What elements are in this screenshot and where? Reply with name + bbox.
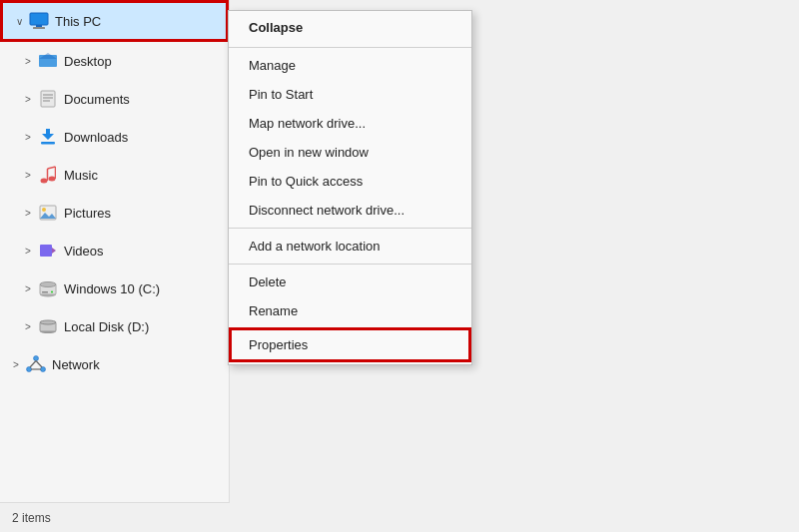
explorer-sidebar: ∨ This PC > Desktop > bbox=[0, 0, 230, 532]
sidebar-item-documents[interactable]: > Documents bbox=[0, 80, 229, 118]
pictures-label: Pictures bbox=[64, 206, 111, 221]
status-bar: 2 items bbox=[0, 502, 230, 532]
this-pc-label: This PC bbox=[55, 14, 101, 29]
svg-line-33 bbox=[36, 361, 42, 368]
sidebar-item-desktop[interactable]: > Desktop bbox=[0, 42, 229, 80]
sidebar-item-downloads[interactable]: > Downloads bbox=[0, 118, 229, 156]
svg-point-28 bbox=[40, 320, 56, 324]
svg-rect-24 bbox=[42, 291, 48, 293]
svg-rect-19 bbox=[40, 245, 52, 257]
svg-point-29 bbox=[34, 356, 39, 361]
sidebar-item-music[interactable]: > Music bbox=[0, 156, 229, 194]
network-label: Network bbox=[52, 357, 100, 372]
videos-icon bbox=[38, 241, 58, 261]
sidebar-item-c-drive[interactable]: > Windows 10 (C:) bbox=[0, 269, 229, 307]
svg-rect-1 bbox=[36, 25, 42, 27]
svg-point-23 bbox=[40, 282, 56, 287]
music-icon bbox=[38, 165, 58, 185]
svg-point-31 bbox=[41, 367, 46, 372]
svg-line-15 bbox=[48, 167, 56, 169]
videos-label: Videos bbox=[64, 244, 104, 259]
svg-rect-2 bbox=[33, 27, 45, 29]
network-chevron: > bbox=[8, 356, 24, 372]
status-text: 2 items bbox=[12, 511, 51, 525]
menu-separator-1 bbox=[229, 47, 471, 48]
c-drive-icon bbox=[38, 278, 58, 298]
menu-item-map-drive[interactable]: Map network drive... bbox=[229, 109, 471, 138]
desktop-icon bbox=[38, 51, 58, 71]
context-menu: Collapse Manage Pin to Start Map network… bbox=[228, 10, 472, 365]
svg-marker-20 bbox=[52, 248, 56, 254]
desktop-label: Desktop bbox=[64, 54, 112, 69]
svg-point-25 bbox=[51, 291, 53, 293]
network-icon bbox=[26, 354, 46, 374]
c-drive-label: Windows 10 (C:) bbox=[64, 281, 160, 296]
svg-line-32 bbox=[30, 361, 36, 368]
svg-point-12 bbox=[49, 177, 56, 182]
this-pc-chevron: ∨ bbox=[11, 13, 27, 29]
menu-item-collapse[interactable]: Collapse bbox=[229, 11, 471, 44]
svg-rect-10 bbox=[41, 142, 55, 145]
desktop-chevron: > bbox=[20, 53, 36, 69]
downloads-label: Downloads bbox=[64, 130, 128, 145]
documents-label: Documents bbox=[64, 92, 130, 107]
d-drive-label: Local Disk (D:) bbox=[64, 319, 149, 334]
d-drive-chevron: > bbox=[20, 318, 36, 334]
sidebar-item-network[interactable]: > Network bbox=[0, 345, 229, 383]
menu-item-add-network[interactable]: Add a network location bbox=[229, 232, 471, 261]
svg-rect-5 bbox=[41, 91, 55, 107]
downloads-icon bbox=[38, 127, 58, 147]
c-drive-chevron: > bbox=[20, 280, 36, 296]
menu-separator-2 bbox=[229, 228, 471, 229]
pictures-icon bbox=[38, 203, 58, 223]
menu-item-pin-start[interactable]: Pin to Start bbox=[229, 80, 471, 109]
menu-item-open-window[interactable]: Open in new window bbox=[229, 138, 471, 167]
documents-icon bbox=[38, 89, 58, 109]
videos-chevron: > bbox=[20, 243, 36, 259]
music-chevron: > bbox=[20, 167, 36, 183]
menu-item-delete[interactable]: Delete bbox=[229, 267, 471, 296]
music-label: Music bbox=[64, 168, 98, 183]
svg-point-17 bbox=[42, 208, 46, 212]
svg-rect-0 bbox=[30, 13, 48, 25]
menu-item-properties[interactable]: Properties bbox=[229, 327, 471, 362]
menu-item-pin-quick[interactable]: Pin to Quick access bbox=[229, 167, 471, 196]
svg-marker-9 bbox=[42, 129, 54, 140]
documents-chevron: > bbox=[20, 91, 36, 107]
this-pc-item[interactable]: ∨ This PC bbox=[0, 0, 229, 42]
sidebar-item-videos[interactable]: > Videos bbox=[0, 232, 229, 269]
pictures-chevron: > bbox=[20, 205, 36, 221]
menu-separator-3 bbox=[229, 264, 471, 265]
menu-item-manage[interactable]: Manage bbox=[229, 51, 471, 80]
downloads-chevron: > bbox=[20, 129, 36, 145]
menu-item-rename[interactable]: Rename bbox=[229, 296, 471, 325]
svg-point-11 bbox=[41, 179, 48, 184]
this-pc-icon bbox=[29, 11, 49, 31]
sidebar-item-d-drive[interactable]: > Local Disk (D:) bbox=[0, 307, 229, 345]
menu-item-disconnect[interactable]: Disconnect network drive... bbox=[229, 196, 471, 225]
d-drive-icon bbox=[38, 316, 58, 336]
svg-point-30 bbox=[27, 367, 32, 372]
sidebar-item-pictures[interactable]: > Pictures bbox=[0, 194, 229, 232]
